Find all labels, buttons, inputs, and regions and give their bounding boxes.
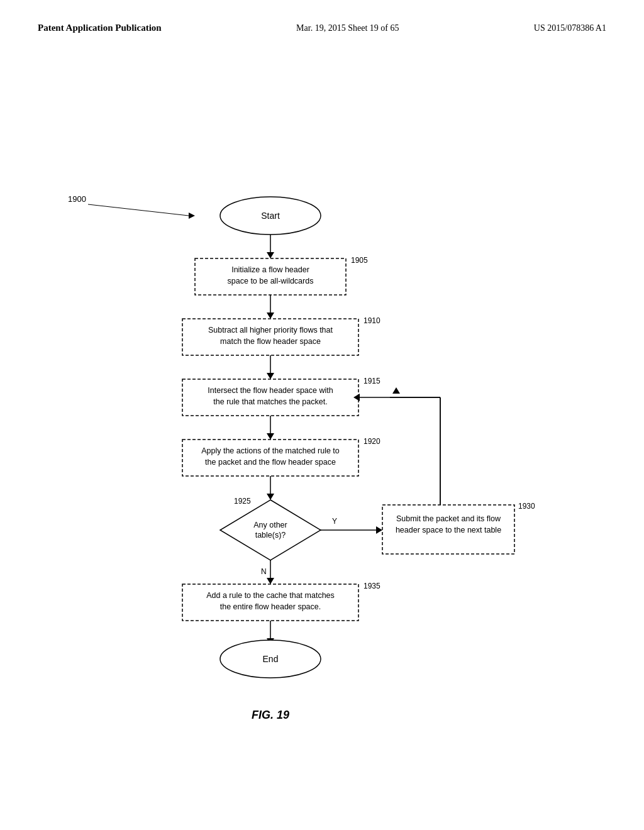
text-1930-line1: Submit the packet and its flow <box>396 514 501 523</box>
arrow-1900 <box>88 204 189 216</box>
feedback-head <box>392 387 400 394</box>
text-1915-line2: the rule that matches the packet. <box>213 397 327 406</box>
start-label: Start <box>261 211 280 221</box>
text-1910-line2: match the flow header space <box>220 337 321 346</box>
text-1905-line1: Initialize a flow header <box>231 265 309 274</box>
arrow-1910-1915-head <box>267 373 274 379</box>
text-1925-line1: Any other <box>253 521 287 529</box>
arrow-1915-1920-head <box>267 433 274 440</box>
diamond-1925 <box>220 500 321 560</box>
arrow-yes-head <box>376 526 382 534</box>
diagram-area: 1900 Start Initialize a flow header spac… <box>0 46 644 769</box>
tag-1930: 1930 <box>518 502 535 511</box>
end-label: End <box>263 654 279 664</box>
arrow-1900-head <box>189 213 195 219</box>
date-sheet-label: Mar. 19, 2015 Sheet 19 of 65 <box>296 23 399 33</box>
text-1915-line1: Intersect the flow header space with <box>208 386 333 395</box>
flowchart-svg: 1900 Start Initialize a flow header spac… <box>0 46 644 769</box>
arrow-1920-1925-head <box>267 494 274 500</box>
patent-number-label: US 2015/078386 A1 <box>534 23 606 33</box>
arrow-1905-1910-head <box>267 313 274 319</box>
tag-1920: 1920 <box>364 437 380 446</box>
label-y: Y <box>332 517 337 526</box>
fig-label: FIG. 19 <box>252 709 289 721</box>
text-1920-line1: Apply the actions of the matched rule to <box>201 446 340 455</box>
label-n: N <box>261 567 267 576</box>
text-1935-line2: the entire flow header space. <box>220 602 321 611</box>
tag-1910: 1910 <box>364 316 380 325</box>
text-1935-line1: Add a rule to the cache that matches <box>206 591 335 600</box>
text-1925-line2: table(s)? <box>255 531 286 540</box>
tag-1905: 1905 <box>351 256 368 265</box>
publication-label: Patent Application Publication <box>38 23 162 33</box>
text-1905-line2: space to be all-wildcards <box>228 277 314 285</box>
page-header: Patent Application Publication Mar. 19, … <box>0 0 644 33</box>
text-1920-line2: the packet and the flow header space <box>205 458 336 467</box>
tag-1915: 1915 <box>364 377 380 385</box>
arrow-no-head <box>267 578 274 584</box>
arrow-start-1905-head <box>267 252 274 258</box>
text-1910-line1: Subtract all higher priority flows that <box>208 326 333 335</box>
text-1930-line2: header space to the next table <box>396 526 501 534</box>
tag-1935: 1935 <box>364 582 380 590</box>
tag-1925: 1925 <box>234 497 251 506</box>
label-1900: 1900 <box>68 194 86 204</box>
